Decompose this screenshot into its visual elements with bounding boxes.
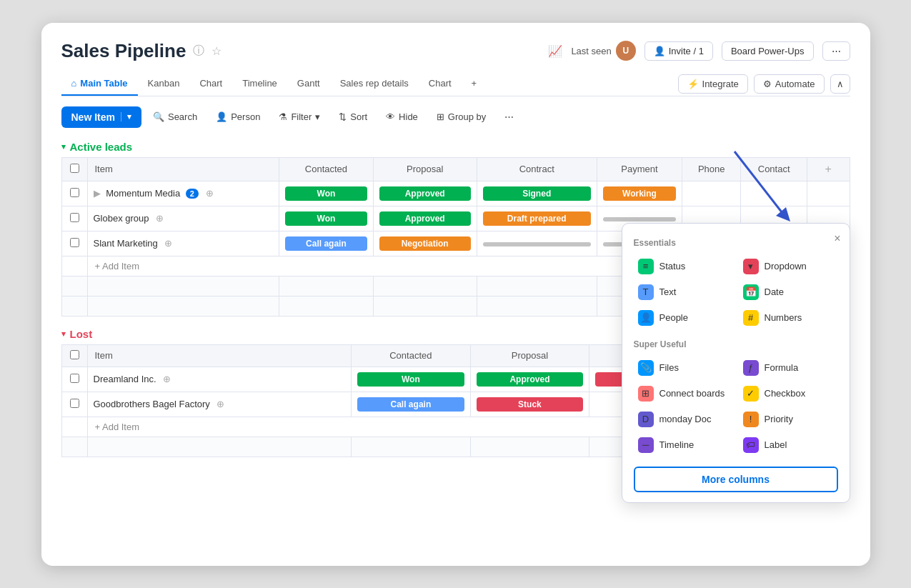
more-columns-button[interactable]: More columns [634, 467, 838, 492]
hide-button[interactable]: 👁 Hide [379, 107, 425, 126]
tab-add[interactable]: + [462, 72, 487, 96]
add-sub-item-button[interactable]: ⊕ [212, 399, 229, 409]
column-status[interactable]: ≡ Status [634, 255, 733, 278]
column-text[interactable]: T Text [634, 281, 733, 304]
column-numbers[interactable]: # Numbers [739, 307, 838, 329]
super-useful-grid: 📎 Files ƒ Formula ⊞ Connect boards ✓ Che… [634, 357, 838, 457]
filter-icon: ⚗ [279, 111, 287, 122]
column-monday-doc[interactable]: D monday Doc [634, 408, 733, 431]
tab-chart-1[interactable]: Chart [189, 72, 232, 96]
column-people[interactable]: 👤 People [634, 307, 733, 329]
tab-chart-2[interactable]: Chart [419, 72, 462, 96]
proposal-cell[interactable]: Approved [373, 181, 477, 206]
status-pill: Negotiation [379, 236, 471, 251]
search-icon: 🔍 [153, 111, 164, 122]
row-checkbox[interactable] [70, 238, 79, 247]
tab-kanban[interactable]: Kanban [138, 72, 190, 96]
proposal-cell[interactable]: Negotiation [373, 231, 477, 256]
people-col-icon: 👤 [638, 310, 654, 326]
item-name: Globex group [94, 213, 149, 224]
contact-cell[interactable] [741, 181, 807, 206]
row-checkbox-cell[interactable] [61, 206, 87, 231]
column-date[interactable]: 📅 Date [739, 281, 838, 304]
integrate-button[interactable]: ⚡ Integrate [678, 74, 748, 94]
contract-cell[interactable]: Signed [477, 181, 597, 206]
automate-button[interactable]: ⚙ Automate [754, 74, 825, 94]
item-name: Momentum Media [106, 188, 180, 199]
row-checkbox[interactable] [70, 188, 79, 197]
column-label[interactable]: 🏷 Label [739, 434, 838, 457]
select-all-header-lost[interactable] [61, 344, 87, 367]
contacted-cell[interactable]: Won [351, 367, 470, 392]
column-timeline[interactable]: ─ Timeline [634, 434, 733, 457]
column-checkbox[interactable]: ✓ Checkbox [739, 382, 838, 405]
header-more-button[interactable]: ⋯ [822, 41, 850, 61]
contract-cell[interactable]: Draft prepared [477, 206, 597, 231]
info-icon[interactable]: ⓘ [193, 44, 204, 59]
select-all-header[interactable] [61, 157, 87, 181]
phone-cell[interactable] [682, 181, 741, 206]
column-priority[interactable]: ! Priority [739, 408, 838, 431]
expand-icon[interactable]: ▶ [94, 188, 101, 199]
row-checkbox[interactable] [70, 399, 79, 408]
column-formula[interactable]: ƒ Formula [739, 357, 838, 379]
invite-button[interactable]: 👤 Invite / 1 [644, 41, 713, 61]
active-leads-heading[interactable]: ▾ Active leads [61, 141, 850, 153]
proposal-cell[interactable]: Approved [373, 206, 477, 231]
payment-cell[interactable]: Working [597, 181, 682, 206]
proposal-cell[interactable]: Stuck [470, 392, 589, 417]
sort-button[interactable]: ⇅ Sort [332, 107, 374, 126]
add-sub-item-button[interactable]: ⊕ [160, 238, 176, 249]
contacted-cell[interactable]: Won [279, 181, 374, 206]
new-item-button[interactable]: New Item ▾ [61, 106, 141, 128]
status-pill: Approved [379, 211, 471, 226]
tab-gantt[interactable]: Gantt [287, 72, 330, 96]
item-cell[interactable]: ▶ Momentum Media 2 ⊕ [87, 181, 279, 206]
tab-sales-rep[interactable]: Sales rep details [330, 72, 419, 96]
tab-main-table[interactable]: ⌂ Main Table [61, 72, 138, 96]
extra-cell [807, 181, 850, 206]
column-dropdown[interactable]: ▾ Dropdown [739, 255, 838, 278]
dropdown-close-button[interactable]: × [834, 232, 840, 245]
star-icon[interactable]: ☆ [211, 44, 221, 58]
column-files[interactable]: 📎 Files [634, 357, 733, 379]
item-cell[interactable]: Dreamland Inc. ⊕ [87, 367, 351, 392]
contacted-cell[interactable]: Call again [279, 231, 374, 256]
select-all-checkbox[interactable] [70, 350, 79, 359]
item-cell[interactable]: Globex group ⊕ [87, 206, 279, 231]
add-sub-item-button[interactable]: ⊕ [159, 374, 175, 384]
toolbar-more-button[interactable]: ⋯ [497, 107, 521, 126]
status-pill: Won [285, 211, 367, 226]
app-container: Sales Pipeline ⓘ ☆ 📈 Last seen U 👤 Invit… [41, 23, 870, 566]
contacted-cell[interactable]: Call again [351, 392, 470, 417]
proposal-cell[interactable]: Approved [470, 367, 589, 392]
row-checkbox[interactable] [70, 213, 79, 222]
analytics-icon[interactable]: 📈 [548, 44, 562, 58]
board-power-ups-button[interactable]: Board Power-Ups [722, 41, 814, 61]
row-checkbox-cell[interactable] [61, 367, 87, 392]
contacted-cell[interactable]: Won [279, 206, 374, 231]
add-sub-item-button[interactable]: ⊕ [201, 188, 218, 199]
item-name: Slant Marketing [94, 238, 158, 249]
person-button[interactable]: 👤 Person [209, 107, 267, 126]
group-by-button[interactable]: ⊞ Group by [429, 107, 493, 126]
add-column-button[interactable]: + [821, 163, 836, 176]
row-checkbox-cell[interactable] [61, 231, 87, 256]
add-sub-item-button[interactable]: ⊕ [151, 213, 168, 224]
row-checkbox-cell[interactable] [61, 392, 87, 417]
add-col-header[interactable]: + [807, 157, 850, 181]
dropdown-col-icon: ▾ [743, 259, 759, 274]
select-all-checkbox[interactable] [70, 164, 79, 173]
row-checkbox[interactable] [70, 374, 79, 383]
filter-button[interactable]: ⚗ Filter ▾ [272, 107, 327, 126]
item-cell[interactable]: Slant Marketing ⊕ [87, 231, 279, 256]
item-cell[interactable]: Goodbrothers Bagel Factory ⊕ [87, 392, 351, 417]
contract-cell[interactable] [477, 231, 597, 256]
tab-timeline[interactable]: Timeline [232, 72, 287, 96]
item-name: Dreamland Inc. [94, 374, 156, 384]
column-connect-boards[interactable]: ⊞ Connect boards [634, 382, 733, 405]
collapse-button[interactable]: ∧ [830, 74, 850, 94]
row-checkbox-cell[interactable] [61, 181, 87, 206]
search-button[interactable]: 🔍 Search [146, 107, 204, 126]
formula-col-icon: ƒ [743, 360, 759, 376]
